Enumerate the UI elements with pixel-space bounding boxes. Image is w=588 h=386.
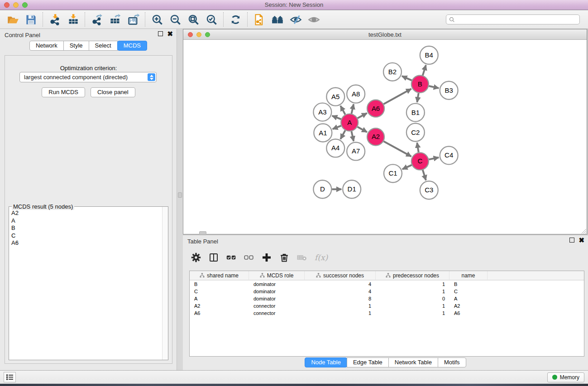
table-cell[interactable]: dominator	[249, 295, 305, 302]
memory-button[interactable]: Memory	[547, 372, 584, 382]
table-cell[interactable]: 4	[305, 281, 376, 288]
edge-A-A8[interactable]	[352, 104, 354, 114]
node-table[interactable]: shared nameMCDS rolesuccessor nodesprede…	[189, 271, 584, 357]
table-row[interactable]: A6connector11A6	[190, 310, 584, 317]
table-cell[interactable]: 1	[376, 302, 449, 310]
optimization-criterion-dropdown[interactable]: largest connected component (directed)	[19, 72, 157, 82]
refresh-icon[interactable]	[226, 12, 244, 27]
search-input[interactable]	[457, 16, 577, 23]
node-D1[interactable]: D1	[343, 180, 361, 198]
tab-network-table[interactable]: Network Table	[388, 357, 438, 367]
export-network-icon[interactable]	[88, 12, 106, 27]
close-window-button[interactable]	[4, 2, 10, 8]
zoom-fit-icon[interactable]	[184, 12, 202, 27]
import-table-icon[interactable]	[64, 12, 82, 27]
node-B[interactable]: B	[411, 76, 429, 93]
clone-network-icon[interactable]	[250, 12, 268, 27]
table-cell[interactable]: A6	[449, 310, 488, 317]
table-row[interactable]: Cdominator41C	[190, 288, 584, 295]
column-header-MCDS-role[interactable]: MCDS role	[249, 271, 305, 280]
mcds-result-list[interactable]: A2ABCA6	[10, 210, 162, 359]
close-panel-button[interactable]: Close panel	[91, 87, 135, 97]
tab-edge-table[interactable]: Edge Table	[347, 357, 389, 367]
result-item[interactable]: B	[10, 224, 162, 232]
edge-B-B2[interactable]	[402, 76, 412, 81]
home-icon[interactable]	[268, 12, 287, 27]
show-column-icon[interactable]	[209, 253, 219, 262]
panel-divider-vertical[interactable]	[177, 29, 183, 370]
node-B1[interactable]: B1	[406, 104, 425, 122]
edge-B-B3[interactable]	[429, 86, 439, 88]
minimize-window-button[interactable]	[13, 2, 19, 8]
tab-node-table[interactable]: Node Table	[305, 357, 347, 367]
result-item[interactable]: C	[10, 232, 162, 240]
table-cell[interactable]: 4	[305, 288, 376, 295]
result-item[interactable]: A2	[10, 210, 162, 217]
table-cell[interactable]: connector	[249, 302, 305, 310]
table-cell[interactable]: 0	[376, 295, 449, 302]
table-cell[interactable]: 8	[305, 295, 376, 302]
select-all-columns-icon[interactable]	[226, 253, 236, 262]
edge-A6-B[interactable]	[384, 89, 411, 104]
table-cell[interactable]: 1	[305, 302, 376, 310]
table-cell[interactable]: A	[449, 295, 488, 302]
node-A5[interactable]: A5	[326, 88, 344, 106]
float-panel-icon[interactable]	[158, 31, 163, 36]
edge-B-B4[interactable]	[423, 65, 426, 76]
node-D[interactable]: D	[313, 180, 331, 198]
hide-graphics-details-icon[interactable]	[287, 12, 305, 27]
table-cell[interactable]: 1	[305, 310, 376, 317]
close-panel-icon[interactable]: ✖	[167, 31, 173, 36]
edge-C-C2[interactable]	[417, 143, 418, 152]
edge-A-A6[interactable]	[358, 113, 367, 118]
node-C1[interactable]: C1	[384, 164, 402, 182]
edge-A-A1[interactable]	[333, 126, 341, 129]
node-A4[interactable]: A4	[326, 139, 344, 157]
node-B4[interactable]: B4	[420, 46, 438, 64]
search-field[interactable]	[446, 14, 580, 24]
tab-select[interactable]: Select	[89, 41, 118, 51]
export-table-icon[interactable]	[106, 12, 124, 27]
network-canvas[interactable]: B4B2BB3A8A5A6A3B1AA1C2A2A4A7C4CC1DD1C3	[183, 40, 587, 234]
table-cell[interactable]: B	[190, 281, 249, 288]
export-image-icon[interactable]	[124, 12, 142, 27]
float-table-panel-icon[interactable]	[569, 238, 574, 243]
deselect-all-columns-icon[interactable]	[244, 253, 254, 262]
tab-style[interactable]: Style	[63, 41, 89, 51]
node-B2[interactable]: B2	[383, 63, 402, 81]
zoom-selected-icon[interactable]	[202, 12, 220, 27]
edge-B-B1[interactable]	[417, 93, 418, 102]
resize-grip-icon[interactable]	[580, 228, 586, 234]
column-header-name[interactable]: name	[449, 271, 488, 280]
table-cell[interactable]: A2	[190, 302, 249, 310]
edge-A2-C[interactable]	[384, 141, 411, 157]
table-row[interactable]: Bdominator41B	[190, 281, 584, 288]
divider-handle[interactable]	[178, 192, 182, 198]
result-item[interactable]: A	[10, 217, 162, 225]
zoom-out-icon[interactable]	[166, 12, 184, 27]
node-A7[interactable]: A7	[347, 142, 365, 160]
edge-C-C4[interactable]	[429, 157, 439, 159]
edge-A-A4[interactable]	[340, 130, 345, 139]
network-minimize-button[interactable]	[196, 32, 201, 37]
table-cell[interactable]: dominator	[249, 281, 305, 288]
run-mcds-button[interactable]: Run MCDS	[42, 87, 85, 97]
table-cell[interactable]: C	[190, 288, 249, 295]
table-cell[interactable]: A	[190, 295, 249, 302]
edge-C-C3[interactable]	[423, 170, 426, 180]
column-header-predecessor-nodes[interactable]: predecessor nodes	[376, 271, 449, 280]
tab-mcds[interactable]: MCDS	[117, 41, 147, 51]
node-A[interactable]: A	[341, 114, 358, 131]
table-row[interactable]: Adominator80A	[190, 295, 584, 302]
table-settings-icon[interactable]	[191, 253, 201, 262]
tab-network[interactable]: Network	[29, 41, 64, 51]
node-C4[interactable]: C4	[440, 146, 458, 164]
table-cell[interactable]: C	[449, 288, 488, 295]
node-C[interactable]: C	[411, 152, 429, 170]
network-close-button[interactable]	[188, 32, 193, 37]
node-A2[interactable]: A2	[367, 129, 384, 146]
tab-motifs[interactable]: Motifs	[438, 357, 466, 367]
zoom-window-button[interactable]	[22, 2, 28, 8]
table-row[interactable]: A2connector11A2	[190, 302, 584, 310]
edge-A-A7[interactable]	[351, 131, 354, 141]
